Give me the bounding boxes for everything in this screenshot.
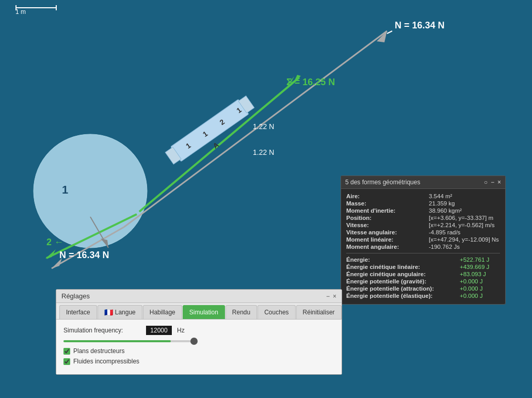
info-row-ec-ang: Énergie cinétique angulaire: +83.093 J bbox=[346, 271, 500, 277]
scale-indicator: 1 m bbox=[15, 7, 57, 15]
slider-thumb[interactable] bbox=[190, 338, 198, 345]
info-panel-controls[interactable]: ○ − × bbox=[484, 179, 501, 186]
info-panel-close-btn[interactable]: × bbox=[497, 179, 501, 186]
svg-text:N = 16.34 N: N = 16.34 N bbox=[59, 250, 109, 260]
info-row-ep-elas: Énergie potentielle (élastique): +0.000 … bbox=[346, 293, 500, 299]
settings-body: Simulation frequency: 12000 Hz Plans des… bbox=[56, 320, 342, 374]
svg-text:Σ = 16.25 N: Σ = 16.25 N bbox=[286, 77, 335, 87]
svg-line-4 bbox=[139, 77, 299, 212]
svg-text:N = 16.34 N: N = 16.34 N bbox=[395, 20, 445, 30]
checkbox-plans-label: Plans destructeurs bbox=[73, 347, 124, 355]
tab-couches[interactable]: Couches bbox=[257, 305, 295, 319]
tab-rendu[interactable]: Rendu bbox=[225, 305, 257, 319]
checkbox-plans-destructeurs[interactable]: Plans destructeurs bbox=[63, 347, 334, 355]
frequency-value: 12000 bbox=[146, 326, 172, 335]
settings-panel: Réglages − × Interface 🇫🇷 Langue Habilla… bbox=[56, 289, 342, 375]
tab-langue[interactable]: 🇫🇷 Langue bbox=[98, 305, 142, 319]
svg-point-0 bbox=[34, 134, 147, 248]
info-row-ep-attr: Énergie potentielle (attraction): +0.000… bbox=[346, 285, 500, 292]
tab-interface[interactable]: Interface bbox=[59, 305, 97, 319]
info-row-aire: Aire: 3.544 m² bbox=[346, 193, 500, 199]
tab-simulation[interactable]: Simulation bbox=[183, 305, 225, 319]
info-row-vitesse: Vitesse: [x=+2.214, y=-0.562] m/s bbox=[346, 222, 500, 228]
info-row-moment-lin: Moment linéaire: [x=+47.294, y=-12.009] … bbox=[346, 236, 500, 243]
info-row-inertie: Moment d'inertie: 38.960 kgm² bbox=[346, 208, 500, 214]
svg-text:A: A bbox=[211, 140, 220, 150]
info-row-masse: Masse: 21.359 kg bbox=[346, 200, 500, 206]
frequency-slider-container[interactable] bbox=[63, 340, 198, 342]
tab-langue-label: Langue bbox=[115, 309, 136, 316]
frequency-label: Simulation frequency: bbox=[63, 327, 141, 334]
info-row-ep-grav: Énergie potentielle (gravité): +0.000 J bbox=[346, 278, 500, 284]
info-panel-minimize-btn[interactable]: − bbox=[491, 179, 494, 186]
checkbox-plans-input[interactable] bbox=[63, 348, 70, 355]
svg-text:1: 1 bbox=[62, 183, 68, 196]
slider-fill bbox=[63, 340, 171, 342]
slider-track[interactable] bbox=[63, 340, 198, 342]
svg-text:2 ←: 2 ← bbox=[46, 237, 63, 247]
checkbox-fluides-input[interactable] bbox=[63, 358, 70, 365]
info-panel: 5 des formes géométriques ○ − × Aire: 3.… bbox=[341, 176, 506, 305]
tab-interface-label: Interface bbox=[66, 309, 90, 316]
frequency-row: Simulation frequency: 12000 Hz bbox=[63, 326, 334, 335]
settings-panel-controls[interactable]: − × bbox=[326, 293, 336, 300]
tab-habillage-label: Habillage bbox=[150, 309, 175, 316]
settings-minimize-btn[interactable]: − bbox=[326, 293, 330, 300]
svg-line-22 bbox=[387, 31, 392, 34]
tab-rendu-label: Rendu bbox=[232, 309, 250, 316]
info-row-moment-ang: Moment angulaire: -190.762 Js bbox=[346, 244, 500, 250]
settings-close-btn[interactable]: × bbox=[333, 293, 336, 300]
checkbox-fluides[interactable]: Fluides incompressibles bbox=[63, 358, 334, 365]
info-panel-title: 5 des formes géométriques bbox=[345, 179, 420, 186]
svg-text:1.22 N: 1.22 N bbox=[253, 148, 274, 156]
info-row-position: Position: [x=+3.606, y=-33.337] m bbox=[346, 215, 500, 221]
info-row-energie: Énergie: +522.761 J bbox=[346, 257, 500, 263]
settings-panel-title: Réglages bbox=[61, 292, 90, 300]
info-panel-body: Aire: 3.544 m² Masse: 21.359 kg Moment d… bbox=[341, 189, 505, 304]
info-row-vitesse-ang: Vitesse angulaire: -4.895 rad/s bbox=[346, 229, 500, 235]
tab-reinitialiser-label: Réinitialiser bbox=[303, 309, 335, 316]
info-panel-header: 5 des formes géométriques ○ − × bbox=[341, 176, 505, 189]
svg-text:1.22 N: 1.22 N bbox=[253, 122, 274, 131]
settings-panel-header: Réglages − × bbox=[56, 290, 342, 303]
tab-reinitialiser[interactable]: Réinitialiser bbox=[296, 305, 342, 319]
info-panel-circle-btn[interactable]: ○ bbox=[484, 179, 488, 186]
settings-tabs: Interface 🇫🇷 Langue Habillage Simulation… bbox=[56, 303, 342, 320]
tab-couches-label: Couches bbox=[264, 309, 288, 316]
info-row-ec-lin: Énergie cinétique linéaire: +439.669 J bbox=[346, 264, 500, 270]
flag-icon: 🇫🇷 bbox=[104, 308, 113, 316]
scale-label: 1 m bbox=[15, 8, 26, 15]
frequency-unit: Hz bbox=[177, 327, 185, 334]
tab-simulation-label: Simulation bbox=[189, 309, 218, 316]
tab-habillage[interactable]: Habillage bbox=[143, 305, 182, 319]
checkbox-fluides-label: Fluides incompressibles bbox=[73, 358, 139, 365]
